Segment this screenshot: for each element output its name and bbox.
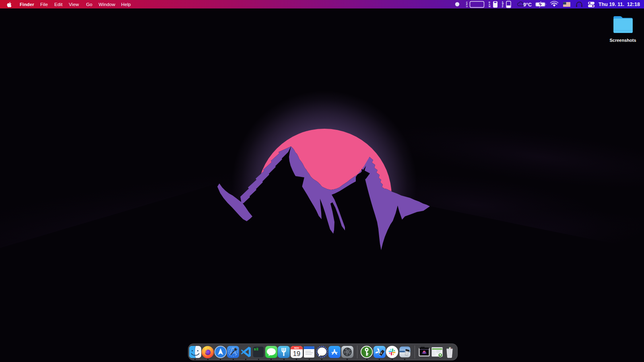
svg-text:M: M <box>489 5 491 8</box>
svg-text:9°C: 9°C <box>523 2 532 8</box>
svg-text:19: 19 <box>293 350 300 357</box>
svg-text:U: U <box>466 5 468 8</box>
svg-text:$: $ <box>254 348 256 351</box>
svg-text:P: P <box>502 6 503 8</box>
svg-text:NOV: NOV <box>294 347 299 349</box>
